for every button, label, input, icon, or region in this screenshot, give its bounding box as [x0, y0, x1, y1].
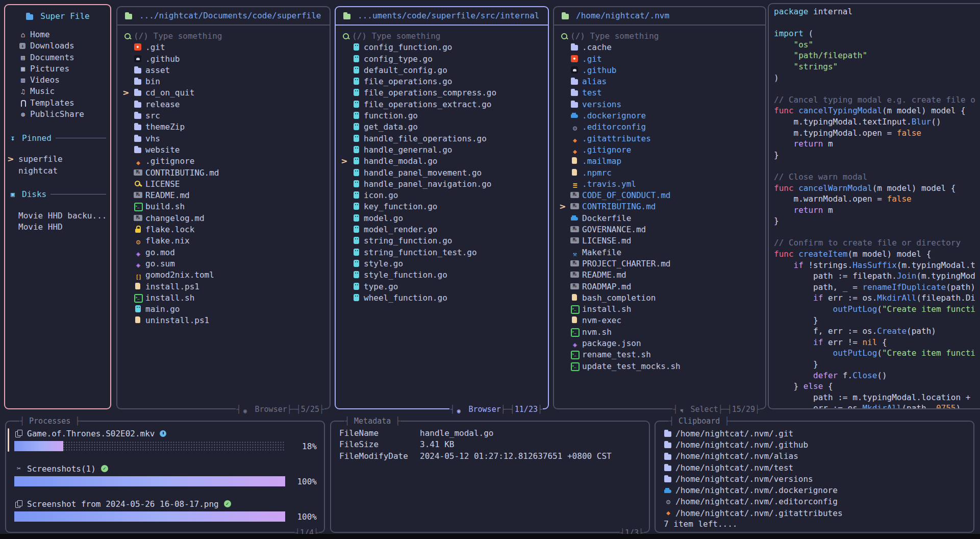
sidebar-item-templates[interactable]: Templates	[5, 97, 110, 109]
disk-item[interactable]: Movie HHD backu...	[5, 210, 110, 222]
file-row[interactable]: model.go	[339, 213, 546, 224]
file-row[interactable]: bash_completion	[557, 292, 763, 304]
sidebar-item-videos[interactable]: Videos	[5, 75, 110, 86]
file-row[interactable]: Dockerfile	[557, 213, 763, 224]
file-row[interactable]: config_function.go	[339, 42, 546, 53]
file-row[interactable]: .git	[120, 42, 328, 53]
file-row[interactable]: package.json	[557, 338, 763, 349]
sidebar-item-music[interactable]: Music	[5, 86, 110, 97]
file-name: default_config.go	[364, 65, 447, 75]
file-row[interactable]: uninstall.ps1	[120, 315, 328, 326]
file-row[interactable]: .github	[557, 65, 763, 76]
file-row[interactable]: .cache	[557, 42, 763, 53]
pinned-item-nightcat[interactable]: nightcat	[5, 165, 110, 177]
file-row[interactable]: style_function.go	[339, 270, 546, 281]
file-row[interactable]: asset	[120, 65, 328, 76]
file-panel-2[interactable]: ...uments/code/superfile/src/internal (/…	[335, 6, 549, 409]
file-row[interactable]: default_config.go	[339, 65, 546, 76]
disk-item[interactable]: Movie HHD	[5, 222, 110, 233]
file-panel-1[interactable]: .../nightcat/Documents/code/superfile (/…	[116, 6, 331, 409]
file-row[interactable]: type.go	[339, 281, 546, 292]
process-item[interactable]: Screenshot from 2024-05-26 16-08-17.png1…	[14, 498, 317, 522]
file-row[interactable]: versions	[557, 99, 763, 110]
file-row[interactable]: install.ps1	[120, 281, 328, 292]
file-row[interactable]: nvm.sh	[557, 327, 763, 338]
file-panel-3[interactable]: /home/nightcat/.nvm (/) Type something.c…	[553, 6, 766, 409]
file-row[interactable]: alias	[557, 76, 763, 87]
sidebar-item-documents[interactable]: Documents	[5, 52, 110, 63]
file-row[interactable]: string_function.go	[339, 235, 546, 247]
file-row[interactable]: go.mod	[120, 247, 328, 258]
file-row[interactable]: handle_file_operations.go	[339, 133, 546, 144]
file-row[interactable]: update_test_mocks.sh	[557, 361, 763, 372]
file-row[interactable]: test	[557, 87, 763, 99]
file-name: test	[582, 88, 602, 97]
file-row[interactable]: .gitignore	[120, 156, 328, 167]
file-row[interactable]: handle_panel_movement.go	[339, 167, 546, 179]
file-row[interactable]: .gitignore	[557, 144, 763, 156]
file-row[interactable]: README.md	[120, 190, 328, 201]
file-row[interactable]: CODE_OF_CONDUCT.md	[557, 190, 763, 201]
file-row[interactable]: LICENSE.md	[557, 235, 763, 247]
file-row[interactable]: website	[120, 144, 328, 156]
file-row[interactable]: gomod2nix.toml	[120, 270, 328, 281]
file-row[interactable]: file_operations_extract.go	[339, 99, 546, 110]
file-row[interactable]: go.sum	[120, 258, 328, 270]
file-row[interactable]: icon.go	[339, 190, 546, 201]
file-row[interactable]: model_render.go	[339, 224, 546, 235]
file-row[interactable]: nvm-exec	[557, 315, 763, 326]
file-row[interactable]: GOVERNANCE.md	[557, 224, 763, 235]
file-row[interactable]: style.go	[339, 258, 546, 270]
file-row[interactable]: .dockerignore	[557, 110, 763, 121]
file-row[interactable]: function.go	[339, 110, 546, 121]
file-row[interactable]: .gitattributes	[557, 133, 763, 144]
file-row[interactable]: file_operations.go	[339, 76, 546, 87]
file-row[interactable]: .editorconfig	[557, 121, 763, 133]
file-row[interactable]: get_data.go	[339, 121, 546, 133]
file-row[interactable]: .travis.yml	[557, 179, 763, 190]
file-row[interactable]: ROADMAP.md	[557, 281, 763, 292]
file-row[interactable]: themeZip	[120, 121, 328, 133]
file-row[interactable]: LICENSE	[120, 179, 328, 190]
file-row[interactable]: Makefile	[557, 247, 763, 258]
file-row[interactable]: handle_genernal.go	[339, 144, 546, 156]
file-row[interactable]: CONTRIBUTING.md	[120, 167, 328, 179]
sidebar-item-pictures[interactable]: Pictures	[5, 63, 110, 75]
file-row[interactable]: flake.lock	[120, 224, 328, 235]
file-row[interactable]: >handle_modal.go	[339, 156, 546, 167]
file-row[interactable]: flake.nix	[120, 235, 328, 247]
file-row[interactable]: release	[120, 99, 328, 110]
file-row[interactable]: file_operations_compress.go	[339, 87, 546, 99]
search-input[interactable]: (/) Type something	[557, 31, 763, 42]
file-row[interactable]: src	[120, 110, 328, 121]
process-item[interactable]: Game.of.Thrones.S02E02.mkv18%	[14, 428, 317, 451]
file-row[interactable]: install.sh	[120, 292, 328, 304]
file-row[interactable]: .git	[557, 54, 763, 65]
sidebar-item-publicshare[interactable]: PublicShare	[5, 109, 110, 120]
file-row[interactable]: install.sh	[557, 304, 763, 315]
file-row[interactable]: PROJECT_CHARTER.md	[557, 258, 763, 270]
file-row[interactable]: wheel_function.go	[339, 292, 546, 304]
file-row[interactable]: key_function.go	[339, 201, 546, 212]
file-row[interactable]: rename_test.sh	[557, 349, 763, 360]
file-row[interactable]: bin	[120, 76, 328, 87]
file-row[interactable]: .mailmap	[557, 156, 763, 167]
sidebar-item-home[interactable]: Home	[5, 29, 110, 40]
file-row[interactable]: >cd_on_quit	[120, 87, 328, 99]
file-row[interactable]: .github	[120, 54, 328, 65]
search-input[interactable]: (/) Type something	[120, 31, 328, 42]
file-row[interactable]: config_type.go	[339, 54, 546, 65]
file-row[interactable]: string_function_test.go	[339, 247, 546, 258]
file-row[interactable]: main.go	[120, 304, 328, 315]
pinned-item-superfile[interactable]: >superfile	[5, 154, 110, 165]
file-row[interactable]: changelog.md	[120, 213, 328, 224]
file-row[interactable]: .npmrc	[557, 167, 763, 179]
file-row[interactable]: vhs	[120, 133, 328, 144]
file-row[interactable]: build.sh	[120, 201, 328, 212]
search-input[interactable]: (/) Type something	[339, 31, 546, 42]
sidebar-item-downloads[interactable]: Downloads	[5, 40, 110, 52]
file-row[interactable]: handle_panel_navigation.go	[339, 179, 546, 190]
file-row[interactable]: README.md	[557, 270, 763, 281]
process-item[interactable]: Screenshots(1)100%	[14, 463, 317, 486]
file-row[interactable]: >CONTRIBUTING.md	[557, 201, 763, 212]
